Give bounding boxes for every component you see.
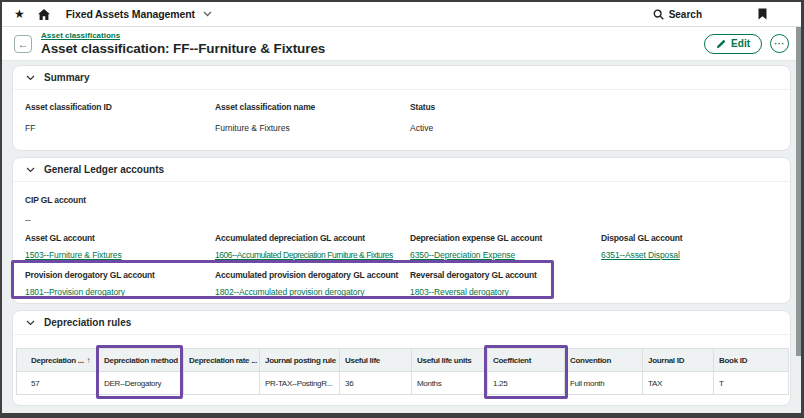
field-label: Asset classification ID xyxy=(25,102,215,113)
accumulated-provision-derogatory-gl-account-link[interactable]: 1802--Accumulated provision derogatory xyxy=(215,287,364,298)
edit-button[interactable]: Edit xyxy=(704,34,762,54)
column-header-journal-id[interactable]: Journal ID xyxy=(643,349,714,372)
cell-depreciation-rate xyxy=(184,372,260,395)
back-arrow-icon: ← xyxy=(18,38,29,50)
header-actions: Edit ··· xyxy=(704,34,789,54)
gl-section-header[interactable]: General Ledger accounts xyxy=(13,158,790,182)
bookmark-icon[interactable] xyxy=(758,8,767,20)
column-header-coefficient[interactable]: Coefficient xyxy=(488,349,565,372)
column-header-useful-life[interactable]: Useful life xyxy=(340,349,412,372)
breadcrumb-asset-classifications[interactable]: Asset classifications xyxy=(41,31,325,41)
column-header-book-id[interactable]: Book ID xyxy=(714,349,789,372)
field-value: -- xyxy=(25,215,778,226)
field-label: CIP GL account xyxy=(25,195,778,206)
gl-derogatory-row: Provision derogatory GL account 1801--Pr… xyxy=(25,270,778,299)
edit-button-label: Edit xyxy=(731,38,750,49)
vertical-scrollbar[interactable] xyxy=(796,27,801,356)
pencil-icon xyxy=(716,39,726,49)
table-header-row: Depreciation ...↑ Depreciation method De… xyxy=(17,349,789,372)
table-row[interactable]: 57 DER--Derogatory PR-TAX--PostingR... 3… xyxy=(17,372,789,395)
field-label: Asset classification name xyxy=(215,102,410,113)
field-label: Asset GL account xyxy=(25,233,215,244)
search-icon xyxy=(653,9,664,20)
cell-depreciation: 57 xyxy=(17,372,99,395)
column-header-depreciation-rate[interactable]: Depreciation rate ... xyxy=(184,349,260,372)
field-label: Provision derogatory GL account xyxy=(25,270,215,281)
field-accumulated-provision-derogatory-gl-account: Accumulated provision derogatory GL acco… xyxy=(215,270,410,299)
field-label: Reversal derogatory GL account xyxy=(410,270,601,281)
sort-ascending-icon: ↑ xyxy=(87,356,91,365)
field-asset-classification-id: Asset classification ID FF xyxy=(25,102,215,134)
field-status: Status Active xyxy=(410,102,601,134)
summary-body: Asset classification ID FF Asset classif… xyxy=(13,90,790,134)
search-label: Search xyxy=(669,9,702,20)
asset-gl-account-link[interactable]: 1503--Furniture & Fixtures xyxy=(25,250,122,261)
status-value: Active xyxy=(410,123,601,134)
favorites-star-icon[interactable]: ★ xyxy=(14,8,25,20)
summary-section-header[interactable]: Summary xyxy=(13,66,790,90)
cell-useful-life: 36 xyxy=(340,372,412,395)
depreciation-rules-section: Depreciation rules Depreciation ...↑ xyxy=(12,310,791,406)
provision-derogatory-gl-account-link[interactable]: 1801--Provision derogatory xyxy=(25,287,125,298)
field-label: Depreciation expense GL account xyxy=(410,233,601,244)
asset-classification-page: ★ Fixed Assets Management Search ← Asset… xyxy=(0,0,804,418)
cell-journal-posting-rule: PR-TAX--PostingR... xyxy=(260,372,340,395)
app-switcher-label[interactable]: Fixed Assets Management xyxy=(66,8,195,20)
home-icon[interactable] xyxy=(38,9,50,20)
depreciation-rules-table: Depreciation ...↑ Depreciation method De… xyxy=(16,348,789,395)
general-ledger-accounts-section: General Ledger accounts CIP GL account -… xyxy=(12,157,791,304)
field-depreciation-expense-gl-account: Depreciation expense GL account 6350--De… xyxy=(410,233,601,262)
field-value: Furniture & Fixtures xyxy=(215,123,410,134)
depreciation-rules-title: Depreciation rules xyxy=(44,317,131,328)
cell-convention: Full month xyxy=(565,372,643,395)
summary-section-title: Summary xyxy=(44,72,90,83)
cell-book-id: T xyxy=(714,372,789,395)
top-navigation-bar: ★ Fixed Assets Management Search xyxy=(2,2,801,27)
title-block: Asset classifications Asset classificati… xyxy=(41,31,325,57)
back-button[interactable]: ← xyxy=(14,35,32,53)
chevron-down-icon[interactable] xyxy=(26,75,35,81)
field-accumulated-depreciation-gl-account: Accumulated depreciation GL account 1606… xyxy=(215,233,410,262)
depreciation-expense-gl-account-link[interactable]: 6350--Depreciation Expense xyxy=(410,250,515,261)
field-provision-derogatory-gl-account: Provision derogatory GL account 1801--Pr… xyxy=(25,270,215,299)
field-asset-classification-name: Asset classification name Furniture & Fi… xyxy=(215,102,410,134)
summary-section: Summary Asset classification ID FF Asset… xyxy=(12,65,791,151)
field-cip-gl-account: CIP GL account -- xyxy=(25,195,778,226)
column-header-journal-posting-rule[interactable]: Journal posting rule xyxy=(260,349,340,372)
column-header-useful-life-units[interactable]: Useful life units xyxy=(412,349,488,372)
field-label: Disposal GL account xyxy=(601,233,778,244)
disposal-gl-account-link[interactable]: 6351--Asset Disposal xyxy=(601,250,680,261)
field-value: FF xyxy=(25,123,215,134)
cell-depreciation-method: DER--Derogatory xyxy=(99,372,184,395)
reversal-derogatory-gl-account-link[interactable]: 1803--Reversal derogatory xyxy=(410,287,509,298)
page-content: Summary Asset classification ID FF Asset… xyxy=(2,61,801,406)
chevron-down-icon[interactable] xyxy=(203,11,212,17)
depreciation-rules-table-wrap: Depreciation ...↑ Depreciation method De… xyxy=(16,348,787,395)
cell-journal-id: TAX xyxy=(643,372,714,395)
gl-section-title: General Ledger accounts xyxy=(44,164,164,175)
field-disposal-gl-account: Disposal GL account 6351--Asset Disposal xyxy=(601,233,778,262)
field-label: Accumulated depreciation GL account xyxy=(215,233,410,244)
page-title: Asset classification: FF--Furniture & Fi… xyxy=(41,41,325,57)
page-header: ← Asset classifications Asset classifica… xyxy=(2,27,801,61)
depreciation-rules-body: Depreciation ...↑ Depreciation method De… xyxy=(13,335,790,395)
column-header-depreciation-method[interactable]: Depreciation method xyxy=(99,349,184,372)
chevron-down-icon[interactable] xyxy=(26,320,35,326)
gl-accounts-row: Asset GL account 1503--Furniture & Fixtu… xyxy=(25,233,778,262)
field-label: Status xyxy=(410,102,601,113)
more-actions-button[interactable]: ··· xyxy=(770,34,789,53)
cell-coefficient: 1.25 xyxy=(488,372,565,395)
cell-useful-life-units: Months xyxy=(412,372,488,395)
global-search[interactable]: Search xyxy=(653,9,702,20)
gl-body: CIP GL account -- Asset GL account 1503-… xyxy=(13,182,790,299)
field-label: Accumulated provision derogatory GL acco… xyxy=(215,270,410,281)
field-asset-gl-account: Asset GL account 1503--Furniture & Fixtu… xyxy=(25,233,215,262)
chevron-down-icon[interactable] xyxy=(26,167,35,173)
column-header-depreciation[interactable]: Depreciation ...↑ xyxy=(17,349,99,372)
accumulated-depreciation-gl-account-link[interactable]: 1606--Accumulated Depreciation Furniture… xyxy=(215,250,393,261)
field-reversal-derogatory-gl-account: Reversal derogatory GL account 1803--Rev… xyxy=(410,270,601,299)
column-header-convention[interactable]: Convention xyxy=(565,349,643,372)
depreciation-rules-header[interactable]: Depreciation rules xyxy=(13,311,790,335)
ellipsis-icon: ··· xyxy=(774,39,785,49)
